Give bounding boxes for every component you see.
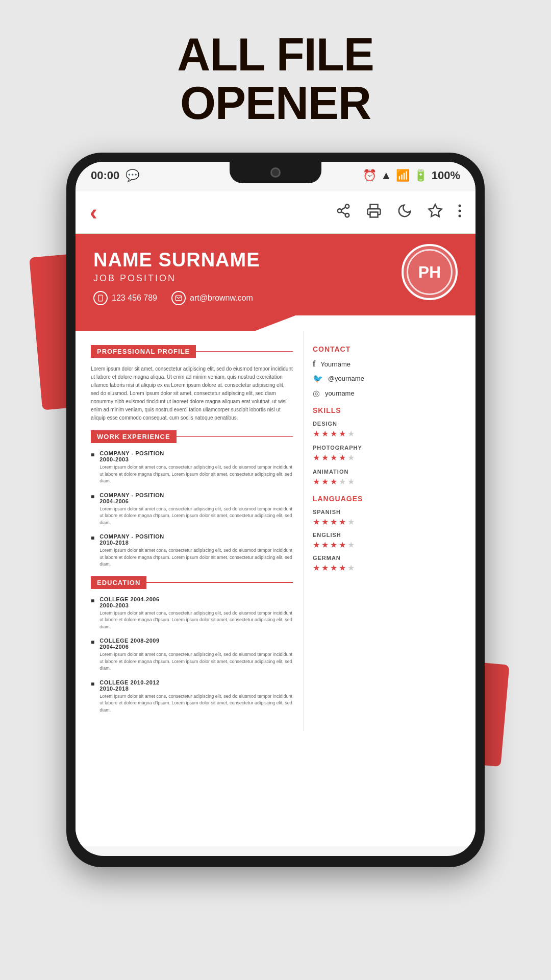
- svg-line-3: [341, 211, 346, 214]
- svg-point-8: [459, 209, 461, 212]
- app-title: ALL FILE OPENER: [177, 31, 373, 127]
- work-experience-title: WORK EXPERIENCE: [91, 430, 177, 443]
- edu-college-1: COLLEGE 2004-2006 2000-2003: [99, 596, 293, 608]
- resume-left-column: PROFESSIONAL PROFILE Lorem ipsum dolor s…: [76, 331, 304, 731]
- star: ★: [313, 477, 320, 486]
- languages-section-title: LANGUAGES: [313, 495, 465, 503]
- back-button[interactable]: ‹: [90, 200, 97, 225]
- lang-english-name: ENGLISH: [313, 532, 465, 538]
- star: ★: [321, 517, 329, 527]
- professional-profile-title: PROFESSIONAL PROFILE: [91, 345, 196, 358]
- twitter-icon: 🐦: [313, 374, 323, 383]
- star: ★: [313, 453, 320, 462]
- work-desc-1: Lorem ipsum dolor sit amet cons, consect…: [99, 464, 293, 485]
- star: ★: [330, 517, 337, 527]
- star: ★: [321, 540, 329, 550]
- lang-spanish-name: SPANISH: [313, 509, 465, 515]
- alarm-icon: ⏰: [363, 169, 377, 182]
- resume-accent: [76, 315, 475, 331]
- skill-photography: PHOTOGRAPHY ★ ★ ★ ★ ★: [313, 445, 465, 462]
- star: ★: [339, 477, 346, 486]
- svg-rect-10: [98, 295, 103, 301]
- work-desc-2: Lorem ipsum dolor sit amet cons, consect…: [99, 506, 293, 527]
- resume-header: NAME SURNAME JOB POSITION 123 456 789: [76, 234, 475, 315]
- skill-animation: ANIMATION ★ ★ ★ ★ ★: [313, 469, 465, 486]
- svg-line-4: [341, 207, 346, 210]
- more-options-icon[interactable]: [458, 203, 461, 222]
- work-item-1: ■ COMPANY - POSITION 2000-2003 Lorem ips…: [91, 450, 293, 485]
- lang-german: GERMAN ★ ★ ★ ★ ★: [313, 555, 465, 573]
- lang-english: ENGLISH ★ ★ ★ ★ ★: [313, 532, 465, 550]
- battery-percent: 100%: [432, 169, 460, 182]
- moon-icon[interactable]: [397, 203, 412, 222]
- star: ★: [330, 477, 337, 486]
- svg-rect-5: [370, 212, 378, 217]
- star: ★: [321, 453, 329, 462]
- star: ★: [313, 517, 320, 527]
- star: ★: [339, 453, 346, 462]
- social-twitter: 🐦 @yourname: [313, 374, 465, 383]
- signal-icon: 📶: [396, 169, 410, 182]
- star: ★: [330, 453, 337, 462]
- work-item-3: ■ COMPANY - POSITION 2010-2018 Lorem ips…: [91, 533, 293, 568]
- skill-photography-name: PHOTOGRAPHY: [313, 445, 465, 451]
- svg-point-9: [459, 214, 461, 217]
- lang-german-name: GERMAN: [313, 555, 465, 561]
- education-title: EDUCATION: [91, 576, 146, 589]
- star: ★: [339, 540, 346, 550]
- work-item-2: ■ COMPANY - POSITION 2004-2006 Lorem ips…: [91, 492, 293, 527]
- contact-section-title: CONTACT: [313, 345, 465, 353]
- edu-item-2: ■ COLLEGE 2008-2009 2004-2006 Lorem ipsu…: [91, 638, 293, 672]
- edu-college-2: COLLEGE 2008-2009 2004-2006: [99, 638, 293, 650]
- star: ★: [347, 517, 355, 527]
- battery-icon: 🔋: [414, 169, 428, 182]
- star: ★: [330, 429, 337, 438]
- skill-animation-name: ANIMATION: [313, 469, 465, 475]
- whatsapp-icon: 💬: [126, 169, 139, 182]
- share-icon[interactable]: [336, 203, 351, 222]
- social-facebook: f Yourname: [313, 359, 465, 369]
- work-desc-3: Lorem ipsum dolor sit amet cons, consect…: [99, 547, 293, 568]
- skill-design-name: DESIGN: [313, 421, 465, 427]
- star: ★: [347, 563, 355, 573]
- resume-email: art@brownw.com: [171, 291, 253, 305]
- star: ★: [347, 540, 355, 550]
- social-instagram: ◎ yourname: [313, 388, 465, 398]
- edu-college-3: COLLEGE 2010-2012 2010-2018: [99, 679, 293, 692]
- resume-right-column: CONTACT f Yourname 🐦 @yourname ◎ yournam…: [304, 331, 475, 731]
- svg-point-2: [345, 213, 349, 217]
- work-company-1: COMPANY - POSITION 2000-2003: [99, 450, 293, 462]
- status-time: 00:00: [91, 169, 119, 182]
- work-company-3: COMPANY - POSITION 2010-2018: [99, 533, 293, 546]
- notch: [230, 162, 321, 183]
- star: ★: [313, 563, 320, 573]
- edu-item-3: ■ COLLEGE 2010-2012 2010-2018 Lorem ipsu…: [91, 679, 293, 714]
- svg-marker-6: [429, 204, 442, 216]
- notch-camera: [270, 167, 281, 178]
- star-icon[interactable]: [428, 203, 443, 222]
- skill-design: DESIGN ★ ★ ★ ★ ★: [313, 421, 465, 438]
- star: ★: [347, 453, 355, 462]
- toolbar: ‹: [76, 191, 475, 234]
- svg-point-1: [338, 209, 342, 213]
- star: ★: [330, 563, 337, 573]
- star: ★: [321, 477, 329, 486]
- work-company-2: COMPANY - POSITION 2004-2006: [99, 492, 293, 504]
- resume-photo: PH: [402, 244, 458, 300]
- lang-spanish: SPANISH ★ ★ ★ ★ ★: [313, 509, 465, 527]
- star: ★: [339, 429, 346, 438]
- edu-desc-1: Lorem ipsum dolor sit amet cons, consect…: [99, 610, 293, 631]
- star: ★: [339, 517, 346, 527]
- facebook-icon: f: [313, 359, 315, 369]
- svg-point-7: [459, 204, 461, 207]
- resume-document: NAME SURNAME JOB POSITION 123 456 789: [76, 234, 475, 846]
- star: ★: [330, 540, 337, 550]
- edu-desc-3: Lorem ipsum dolor sit amet cons, consect…: [99, 693, 293, 714]
- print-icon[interactable]: [366, 203, 382, 222]
- edu-item-1: ■ COLLEGE 2004-2006 2000-2003 Lorem ipsu…: [91, 596, 293, 631]
- wifi-icon: ▲: [381, 169, 392, 182]
- star: ★: [313, 429, 320, 438]
- svg-point-0: [345, 204, 349, 208]
- star: ★: [347, 477, 355, 486]
- edu-desc-2: Lorem ipsum dolor sit amet cons, consect…: [99, 651, 293, 672]
